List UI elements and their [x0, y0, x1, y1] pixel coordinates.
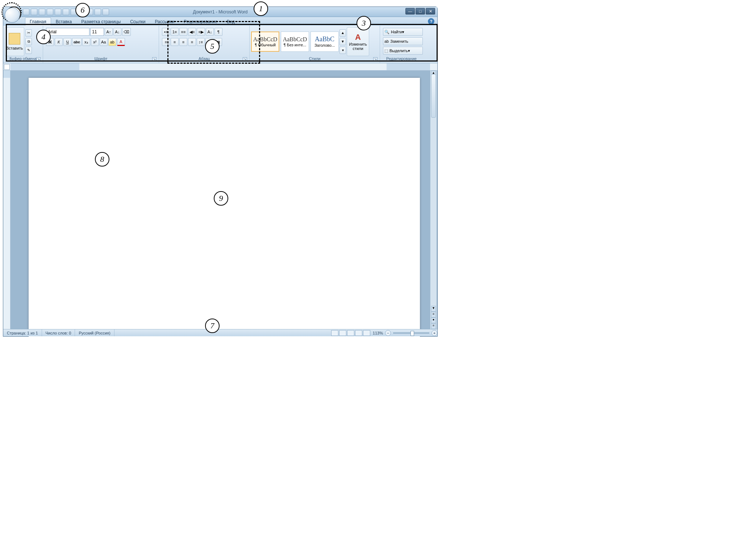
qat-open-icon[interactable]	[55, 9, 61, 15]
zoom-in-button[interactable]: +	[432, 330, 437, 336]
align-center-button[interactable]: ≡	[171, 38, 179, 46]
line-spacing-button[interactable]: ↕≡	[197, 38, 205, 46]
select-button[interactable]: ⬚ Выделить ▾	[383, 47, 423, 55]
next-page-button[interactable]: ≡	[431, 323, 436, 329]
browse-object-button[interactable]: ●	[431, 317, 436, 323]
view-draft[interactable]	[363, 330, 370, 336]
view-web-layout[interactable]	[347, 330, 354, 336]
qat-spellcheck-icon[interactable]	[63, 9, 69, 15]
document-area: ▲ ▼ ≡ ● ≡	[3, 71, 437, 329]
editing-group-label: Редактирование	[382, 56, 421, 63]
italic-button[interactable]: К	[55, 38, 63, 46]
tab-selector[interactable]	[4, 64, 10, 70]
highlight-button[interactable]: ab	[108, 38, 116, 46]
clear-formatting-button[interactable]: ⌫	[122, 28, 131, 36]
underline-button[interactable]: Ч	[63, 38, 71, 46]
numbering-button[interactable]: 1≡	[171, 28, 179, 36]
styles-scroll-up[interactable]: ▲	[339, 29, 346, 37]
word-window: Документ1 - Microsoft Word — □ ✕ Главная…	[3, 7, 438, 337]
status-language[interactable]: Русский (Россия)	[75, 329, 114, 336]
qat-extra1-icon[interactable]	[79, 9, 85, 15]
strike-button[interactable]: abc	[72, 38, 82, 46]
clipboard-dialog-launcher[interactable]: ↘	[36, 57, 41, 62]
styles-scroll-down[interactable]: ▼	[339, 38, 346, 45]
tab-layout[interactable]: Разметка страницы	[76, 17, 125, 26]
increase-indent-button[interactable]: ≡▶	[197, 28, 205, 36]
tab-view[interactable]: Вид	[222, 17, 239, 26]
font-name-combo[interactable]	[46, 28, 89, 36]
font-size-combo[interactable]	[90, 28, 104, 36]
qat-new-icon[interactable]	[47, 9, 53, 15]
vertical-ruler[interactable]	[3, 71, 11, 329]
zoom-slider[interactable]	[393, 332, 429, 334]
change-case-button[interactable]: Aa	[100, 38, 108, 46]
justify-button[interactable]: ≡	[188, 38, 196, 46]
qat-redo-icon[interactable]	[39, 9, 45, 15]
zoom-out-button[interactable]: −	[385, 330, 391, 336]
font-dialog-launcher[interactable]: ↘	[152, 57, 157, 62]
shrink-font-button[interactable]: A↓	[113, 28, 121, 36]
status-page[interactable]: Страница: 1 из 1	[3, 329, 42, 336]
bold-button[interactable]: Ж	[46, 38, 54, 46]
prev-page-button[interactable]: ≡	[431, 312, 436, 317]
change-styles-label: Изменить стили	[347, 42, 369, 51]
styles-expand[interactable]: ▾	[339, 47, 346, 54]
superscript-button[interactable]: x²	[91, 38, 99, 46]
tab-review[interactable]: Рецензирование	[179, 17, 222, 26]
scroll-thumb[interactable]	[431, 74, 436, 118]
status-words[interactable]: Число слов: 0	[42, 329, 75, 336]
multilevel-button[interactable]: ≡≡	[179, 28, 187, 36]
change-styles-button[interactable]: A Изменить стили	[347, 27, 369, 56]
minimize-button[interactable]: —	[405, 8, 415, 14]
help-button[interactable]: ?	[428, 18, 434, 25]
styles-dialog-launcher[interactable]: ↘	[373, 57, 378, 62]
qat-save-icon[interactable]	[23, 9, 29, 15]
style-normal[interactable]: AaBbCcD ¶ Обычный	[251, 31, 279, 52]
font-color-button[interactable]: A	[117, 38, 125, 46]
tab-references[interactable]: Ссылки	[125, 17, 150, 26]
align-right-button[interactable]: ≡	[179, 38, 187, 46]
grow-font-button[interactable]: A↑	[105, 28, 113, 36]
paste-label: Вставить	[6, 46, 23, 50]
office-button[interactable]	[5, 8, 20, 23]
vertical-scrollbar[interactable]: ▲ ▼ ≡ ● ≡	[430, 71, 437, 329]
clipboard-group-label: Буфер обмена ↘	[5, 56, 41, 63]
sort-button[interactable]: A↓	[206, 28, 214, 36]
qat-customize-icon[interactable]	[103, 9, 109, 15]
qat-extra3-icon[interactable]	[95, 9, 101, 15]
paragraph-dialog-launcher[interactable]: ↘	[243, 57, 247, 62]
close-button[interactable]: ✕	[426, 8, 435, 14]
view-print-layout[interactable]	[331, 330, 338, 336]
borders-button[interactable]: ▦	[214, 38, 222, 46]
paragraph-group-label: Абзац ↘	[161, 56, 248, 63]
maximize-button[interactable]: □	[416, 8, 425, 14]
copy-button[interactable]: ⧉	[25, 38, 32, 45]
cut-button[interactable]: ✂	[25, 29, 32, 37]
format-painter-button[interactable]: ✎	[25, 47, 32, 54]
align-left-button[interactable]: ≡	[162, 38, 170, 46]
style-heading1[interactable]: AaBbC Заголово...	[310, 31, 339, 52]
shading-button[interactable]: ◧	[205, 38, 213, 46]
tab-insert[interactable]: Вставка	[51, 17, 77, 26]
horizontal-ruler[interactable]	[3, 63, 437, 71]
decrease-indent-button[interactable]: ◀≡	[188, 28, 196, 36]
style-no-spacing[interactable]: AaBbCcD ¶ Без инте...	[281, 31, 309, 52]
document-page[interactable]	[29, 78, 420, 337]
tab-home[interactable]: Главная	[25, 17, 51, 26]
subscript-button[interactable]: x₂	[82, 38, 90, 46]
show-marks-button[interactable]: ¶	[214, 28, 222, 36]
view-outline[interactable]	[355, 330, 362, 336]
title-bar: Документ1 - Microsoft Word — □ ✕	[3, 7, 437, 17]
tab-mailings[interactable]: Рассылки	[150, 17, 179, 26]
view-full-reading[interactable]	[339, 330, 346, 336]
scroll-down-arrow[interactable]: ▼	[431, 306, 436, 312]
bullets-button[interactable]: •≡	[162, 28, 170, 36]
zoom-level[interactable]: 113%	[371, 331, 385, 335]
qat-undo-icon[interactable]	[31, 9, 37, 15]
replace-button[interactable]: ab Заменить	[383, 37, 423, 45]
qat-extra2-icon[interactable]	[87, 9, 93, 15]
find-button[interactable]: 🔍 Найти ▾	[383, 28, 423, 36]
qat-print-icon[interactable]	[71, 9, 77, 15]
paste-button[interactable]: Вставить	[5, 27, 24, 56]
paste-icon	[9, 33, 20, 45]
